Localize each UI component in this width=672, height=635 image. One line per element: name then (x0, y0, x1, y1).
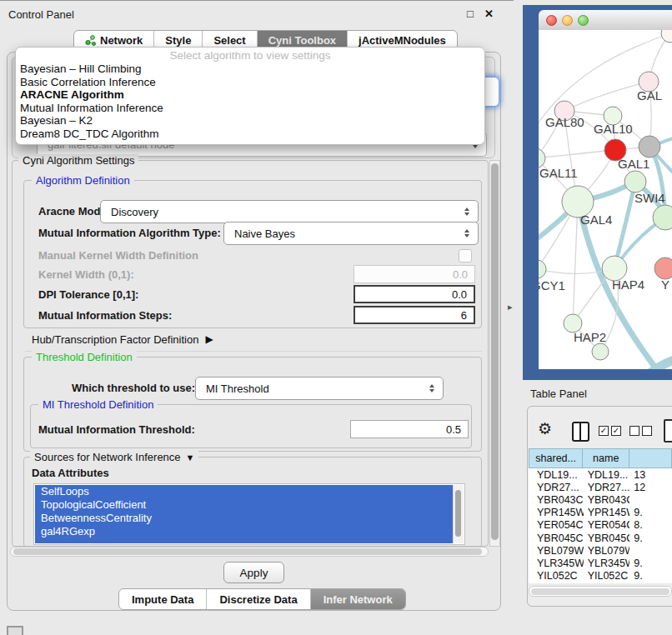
table-row[interactable]: YLR345WYLR345W9. (529, 557, 672, 569)
tab-discretize-data[interactable]: Discretize Data (206, 589, 309, 609)
minimize-traffic-light[interactable] (562, 15, 573, 26)
checked-checkbox-icon[interactable]: ✓ (611, 426, 621, 436)
table-cell: YBL079W (584, 545, 630, 557)
table-body: YDL19...YDL19...13YDR27...YDR27...12YBR0… (529, 468, 672, 582)
network-node[interactable] (639, 136, 660, 158)
table-cell: YER054C (584, 519, 630, 531)
node-attribute-table[interactable]: shared... name YDL19...YDL19...13YDR27..… (529, 448, 672, 583)
table-cell: 9. (629, 570, 672, 582)
attribute-item-betweennesscentrality[interactable]: BetweennessCentrality (35, 512, 454, 525)
column-layout-icon[interactable] (572, 422, 589, 442)
unchecked-checkbox-icon[interactable] (642, 426, 652, 436)
node-label: SWI4 (634, 191, 665, 205)
table-cell: YBL079W (529, 545, 584, 557)
zoom-traffic-light[interactable] (578, 15, 589, 26)
attribute-item-selfloops[interactable]: SelfLoops (35, 485, 454, 498)
mi-threshold-definition-title: MI Threshold Definition (38, 398, 158, 411)
table-row[interactable]: YIL052CYIL052C9. (529, 570, 672, 582)
scrollbar-thumb[interactable] (531, 588, 669, 595)
cyni-bottom-tabbar: Impute DataDiscretize DataInfer Network (118, 588, 406, 610)
list-scrollbar-track[interactable] (453, 485, 464, 543)
table-row[interactable]: YDR27...YDR27...12 (529, 481, 672, 493)
unchecked-checkbox-icon[interactable] (629, 426, 639, 436)
mi-steps-field[interactable]: 6 (354, 306, 475, 324)
scrollbar-thumb[interactable] (455, 490, 461, 537)
float-window-icon[interactable]: □ (467, 8, 474, 20)
tab-label: jActiveMNodules (359, 34, 446, 47)
collapse-down-icon[interactable]: ▼ (186, 452, 195, 462)
close-traffic-light[interactable] (546, 15, 557, 26)
data-attributes-list[interactable]: SelfLoopsTopologicalCoefficientBetweenne… (33, 483, 465, 545)
column-header[interactable]: shared... (529, 448, 583, 468)
hub-transcription-factor-section[interactable]: Hub/Transcription Factor Definition ▶ (32, 332, 213, 347)
table-cell: YBR043C (584, 494, 630, 506)
dpi-tolerance-field[interactable]: 0.0 (354, 285, 475, 303)
scrollbar-thumb[interactable] (491, 163, 499, 540)
table-cell: YBR045C (529, 532, 584, 544)
table-cell: 9. (629, 507, 672, 518)
network-node-gcy1[interactable] (539, 260, 546, 278)
algorithm-option-aracne-algorithm[interactable]: ARACNE Algorithm (16, 88, 484, 102)
node-label: Y (661, 278, 669, 292)
algorithm-option-basic-correlation-inference[interactable]: Basic Correlation Inference (16, 76, 484, 89)
node-label: GAL10 (594, 122, 633, 136)
algorithm-option-mutual-information-inference[interactable]: Mutual Information Inference (16, 102, 484, 115)
scrollbar-thumb[interactable] (13, 548, 482, 555)
node-label: HAP4 (612, 278, 644, 292)
table-cell: 9. (629, 532, 672, 544)
table-row[interactable]: YBR045CYBR045C9. (529, 532, 672, 544)
algorithm-option-bayesian-hill-climbing[interactable]: Bayesian – Hill Climbing (16, 62, 484, 76)
network-node[interactable] (661, 30, 672, 42)
aracne-mode-select[interactable]: Discovery (100, 200, 479, 223)
table-cell: 9. (629, 558, 672, 569)
checked-checkbox-icon[interactable]: ✓ (599, 426, 609, 436)
app-root: { "colors": { "desktop_blue": "#3e639c",… (0, 0, 672, 635)
mi-algorithm-type-label: Mutual Information Algorithm Type: (38, 222, 221, 243)
expand-right-icon[interactable]: ▶ (205, 333, 213, 345)
dropdown-item-list: Bayesian – Hill ClimbingBasic Correlatio… (16, 62, 484, 141)
network-node[interactable] (592, 343, 609, 360)
table-row[interactable]: YBL079WYBL079W (529, 544, 672, 557)
apply-button[interactable]: Apply (223, 562, 284, 583)
network-node-gal1[interactable] (624, 171, 646, 192)
algorithm-definition-title: Algorithm Definition (32, 174, 134, 187)
kernel-width-field[interactable]: 0.0 (354, 265, 475, 283)
which-threshold-select[interactable]: MI Threshold (195, 377, 444, 400)
attribute-item-topologicalcoefficient[interactable]: TopologicalCoefficient (35, 498, 454, 512)
table-row[interactable]: YPR145WYPR145W9. (529, 507, 672, 519)
minimized-panel-icon[interactable] (7, 626, 23, 635)
tab-impute-data[interactable]: Impute Data (119, 589, 206, 609)
tab-label: Select (213, 34, 245, 47)
panel-collapse-icon[interactable]: ▸ (508, 302, 513, 312)
mi-algorithm-type-select[interactable]: Naive Bayes (223, 222, 479, 245)
aracne-mode-value: Discovery (101, 206, 460, 218)
node-label: HAP2 (574, 330, 606, 344)
close-icon[interactable]: ✕ (484, 8, 494, 20)
gear-icon[interactable]: ⚙ (538, 419, 552, 438)
table-row[interactable]: YER054CYER054C8. (529, 519, 672, 532)
attribute-item-gal4rgexp[interactable]: gal4RGexp (35, 525, 454, 538)
network-node-y[interactable] (654, 258, 672, 279)
table-row[interactable]: YBR043CYBR043C (529, 493, 672, 506)
column-header[interactable]: name (583, 448, 629, 468)
table-horizontal-scrollbar[interactable] (529, 586, 672, 597)
table-cell: 13 (629, 469, 672, 481)
settings-group-title: Cyni Algorithm Settings (18, 154, 138, 167)
settings-vertical-scrollbar[interactable] (489, 160, 500, 547)
table-row[interactable]: YDL19...YDL19...13 (529, 468, 672, 481)
algorithm-option-bayesian-k2[interactable]: Bayesian – K2 (16, 114, 484, 128)
mi-algorithm-type-value: Naive Bayes (224, 228, 460, 240)
sources-group-title[interactable]: Sources for Network Inference ▼ (30, 451, 198, 463)
tab-infer-network[interactable]: Infer Network (310, 589, 405, 609)
network-canvas[interactable]: GALGAL80GAL10GAL1GAL11GAL4SWI4GCY1HAP4YH… (539, 30, 672, 369)
which-threshold-label: Which threshold to use: (72, 377, 195, 398)
table-cell: YLR345W (529, 558, 584, 569)
table-cell: YDL19... (529, 469, 584, 481)
network-window-titlebar[interactable] (539, 10, 672, 31)
manual-kernel-width-checkbox[interactable] (459, 249, 472, 262)
mi-threshold-field[interactable]: 0.5 (350, 420, 469, 438)
column-header[interactable] (629, 448, 672, 468)
algorithm-option-dream8-dc-tdc-algorithm[interactable]: Dream8 DC_TDC Algorithm (16, 128, 484, 141)
settings-horizontal-scrollbar[interactable] (10, 547, 489, 557)
document-icon[interactable] (664, 419, 672, 442)
